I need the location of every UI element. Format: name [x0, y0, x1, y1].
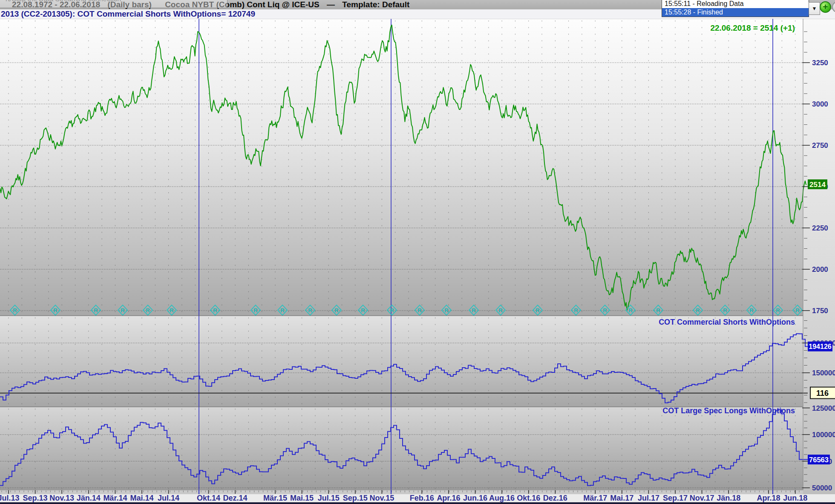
roll-letter: R — [253, 307, 258, 314]
streaming-tooltip: rt/Stop the Data Streaming connection — [0, 0, 227, 8]
month-label: Jän.14 — [77, 494, 101, 502]
month-label: Apr.18 — [757, 494, 780, 502]
title-separator: — — [327, 0, 335, 9]
month-label: Nov.13 — [49, 494, 74, 502]
roll-letter: R — [13, 307, 17, 314]
month-label: Okt.14 — [197, 494, 220, 502]
roll-letter: R — [536, 307, 540, 314]
roll-letter: R — [795, 307, 800, 314]
chevron-down-icon[interactable]: ▼ — [809, 2, 820, 15]
axis-label: 50000 — [812, 484, 832, 492]
axis-label: 2000 — [812, 265, 828, 274]
roll-letter: R — [53, 307, 58, 314]
axis-gutter — [803, 19, 835, 502]
roll-letter: R — [472, 307, 476, 314]
month-label: Jul.17 — [638, 494, 659, 502]
axis-label: 125000 — [812, 404, 835, 412]
panel-title-large-spec-longs: COT Large Spec Longs WithOptions — [662, 406, 795, 415]
month-label: Sep.13 — [23, 494, 48, 502]
month-label: Sep.17 — [663, 494, 688, 502]
month-label: Mär.15 — [263, 494, 287, 502]
roll-letter: R — [656, 307, 660, 314]
roll-letter: R — [498, 307, 503, 314]
roll-letter: R — [334, 307, 339, 314]
month-label: Jun.16 — [463, 494, 487, 502]
roll-letter: R — [280, 307, 285, 314]
axis-label: 1750 — [812, 307, 828, 315]
panel-title-commercial-shorts: COT Commercial Shorts WithOptions — [659, 318, 795, 326]
status-log-list[interactable]: 15:55:11 - Reloading Data 15:55:28 - Fin… — [662, 0, 809, 17]
month-label: Feb.16 — [410, 494, 434, 502]
month-label: Dez.14 — [223, 494, 248, 502]
month-label: Mär.14 — [103, 494, 127, 502]
month-label: Apr.16 — [437, 494, 460, 502]
hline-value-text: 116 — [816, 389, 829, 397]
bottom-border — [0, 502, 835, 504]
log-row[interactable]: 15:55:11 - Reloading Data — [662, 0, 809, 8]
month-label: Nov.17 — [690, 494, 714, 502]
chart-area[interactable]: RRRRRRRRRRRRRRRRRRRRRRRRRRR1750200022502… — [0, 0, 835, 504]
month-label: Jul.14 — [158, 494, 179, 502]
plus-icon[interactable]: + — [820, 1, 831, 13]
month-label: Mai.14 — [130, 494, 153, 502]
roll-letter: R — [213, 307, 217, 314]
title-template: Template: Default — [342, 0, 409, 9]
roll-letter: R — [444, 307, 449, 314]
month-label: Dez.16 — [543, 494, 567, 502]
last-date-label: 22.06.2018 = 2514 (+1) — [710, 23, 795, 32]
roll-letter: R — [308, 307, 312, 314]
axis-label: 3250 — [812, 59, 828, 67]
month-label: Jun.18 — [783, 494, 807, 502]
log-row-selected[interactable]: 15:55:28 - Finished — [662, 8, 809, 17]
streaming-tooltip-text: rt/Stop the Data Streaming connection — [6, 0, 121, 3]
roll-letter: R — [170, 307, 174, 314]
panel-bg-0 — [0, 19, 803, 316]
month-label: Nov.15 — [370, 494, 394, 502]
last-value-text: 76563 — [809, 456, 829, 464]
last-value-text: 2514 — [809, 181, 826, 189]
axis-label: 3000 — [812, 100, 828, 108]
axis-label: 150000 — [812, 369, 835, 377]
month-label: Jul.13 — [0, 494, 20, 502]
roll-letter: R — [603, 307, 607, 314]
roll-letter: R — [361, 307, 365, 314]
month-label: Jul.15 — [318, 494, 340, 502]
axis-label: 2250 — [812, 224, 828, 232]
cot-chart-app: { "header": { "tooltip_text": "rt/Stop t… — [0, 0, 835, 504]
month-label: Mär.17 — [583, 494, 607, 502]
roll-letter: R — [121, 307, 125, 314]
roll-letter: R — [628, 307, 633, 314]
month-label: Jän.18 — [717, 494, 740, 502]
roll-letter: R — [146, 307, 150, 314]
roll-letter: R — [749, 307, 754, 314]
last-value-text: 194126 — [809, 343, 831, 350]
roll-letter: R — [776, 307, 780, 314]
month-label: Sep.15 — [343, 494, 368, 502]
roll-letter: R — [418, 307, 422, 314]
roll-letter: R — [696, 307, 700, 314]
roll-letter: R — [574, 307, 578, 314]
roll-letter: R — [390, 307, 394, 314]
month-label: Mai.17 — [610, 494, 633, 502]
roll-letter: R — [723, 307, 727, 314]
axis-label: 100000 — [812, 431, 835, 439]
month-label: Okt.16 — [517, 494, 540, 502]
axis-label: 2750 — [812, 141, 828, 150]
month-label: Aug.16 — [489, 494, 515, 502]
roll-letter: R — [94, 307, 98, 314]
subtitle-text: 2013 (CC2-201305): COT Commercial Shorts… — [1, 9, 255, 18]
month-label: Mai.15 — [290, 494, 314, 502]
